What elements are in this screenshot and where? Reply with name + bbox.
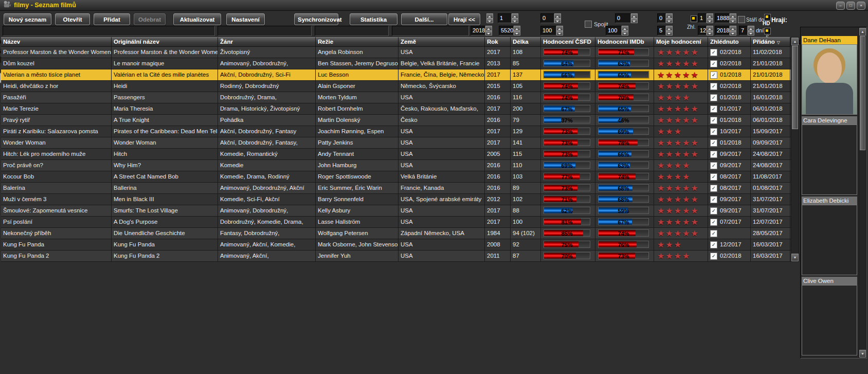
- watched-checkbox[interactable]: ✓: [710, 230, 717, 237]
- watched-checkbox[interactable]: ✓: [710, 173, 717, 181]
- watched-checkbox[interactable]: ✓: [710, 72, 717, 79]
- column-header-moje[interactable]: Moje hodnocení: [654, 37, 708, 47]
- update-button[interactable]: Aktualizovat: [173, 13, 221, 25]
- watched-checkbox[interactable]: ✓: [710, 196, 717, 203]
- spinner[interactable]: [485, 26, 492, 35]
- actor-entry[interactable]: Elizabeth Debicki: [802, 197, 857, 275]
- table-row[interactable]: Proč právě on?Why Him?KomedieJohn Hambur…: [1, 160, 791, 171]
- actors-scroll-down-button[interactable]: ▼: [859, 350, 866, 358]
- filter-field-imdb-max[interactable]: 100: [606, 26, 622, 35]
- watched-checkbox[interactable]: ✓: [710, 185, 717, 192]
- watched-checkbox[interactable]: ✓: [710, 128, 717, 135]
- stari-do-checkbox[interactable]: [738, 16, 745, 23]
- watched-checkbox[interactable]: ✓: [710, 219, 717, 226]
- table-row[interactable]: Heidi, děvčátko z horHeidiRodinný, Dobro…: [1, 81, 791, 92]
- spinner[interactable]: [622, 26, 628, 35]
- spinner[interactable]: [707, 26, 713, 35]
- spinner[interactable]: [512, 13, 518, 23]
- actor-name[interactable]: Cara Delevingne: [802, 116, 857, 124]
- actor-name[interactable]: Elizabeth Debicki: [802, 197, 857, 205]
- actors-scrollbar[interactable]: ▲ ▼: [859, 27, 866, 358]
- filter-field-r1-3[interactable]: 0: [615, 13, 631, 23]
- spinner[interactable]: [554, 13, 561, 23]
- filter-input-director[interactable]: [315, 26, 389, 36]
- spinner[interactable]: [730, 13, 736, 23]
- filter-field-r1-4[interactable]: 0: [657, 13, 666, 23]
- column-header-zanr[interactable]: Žánr: [218, 37, 316, 47]
- settings-button[interactable]: Nastavení: [226, 13, 265, 25]
- table-row[interactable]: Pravý rytířA True KnightPohádkaMartin Do…: [1, 115, 791, 126]
- filter-field-r1-1[interactable]: 1: [498, 13, 512, 23]
- table-row[interactable]: BalerínaBallerinaAnimovaný, Dobrodružný,…: [1, 183, 791, 194]
- filter-input-name[interactable]: [3, 26, 215, 36]
- actor-entry[interactable]: Cara Delevingne: [802, 116, 857, 195]
- filter-field-stars-max[interactable]: 5: [657, 26, 666, 35]
- table-row[interactable]: Dům kouzelLe manoir magiqueAnimovaný, Do…: [1, 58, 791, 69]
- column-header-imdb[interactable]: Hodnocení IMDb: [595, 37, 654, 47]
- filter-field-year[interactable]: 2018: [471, 26, 485, 35]
- filter-input-country[interactable]: [392, 26, 469, 36]
- watched-checkbox[interactable]: ✓: [710, 207, 717, 215]
- hd-indicator-checkbox[interactable]: [764, 14, 771, 21]
- filter-field-year-from[interactable]: 1888: [715, 13, 730, 23]
- filter-field-year-to[interactable]: 2018: [715, 26, 730, 35]
- open-button[interactable]: Otevřít: [55, 13, 90, 25]
- synchronize-button[interactable]: Synchronizovat: [294, 13, 338, 25]
- column-header-rezie[interactable]: Režie: [316, 37, 399, 47]
- statistics-button[interactable]: Statistika: [350, 13, 397, 25]
- filter-field-csfd-max[interactable]: 100: [540, 26, 556, 35]
- watched-checkbox[interactable]: ✓: [710, 241, 717, 248]
- maximize-button[interactable]: □: [846, 2, 855, 10]
- actor-photo[interactable]: [802, 285, 857, 355]
- table-row[interactable]: Kung Fu PandaKung Fu PandaAnimovaný, Akč…: [1, 239, 791, 251]
- actor-photo[interactable]: [802, 124, 857, 195]
- watched-checkbox[interactable]: ✓: [710, 49, 717, 56]
- watched-checkbox[interactable]: ✓: [710, 60, 717, 67]
- column-header-pridano[interactable]: Přidáno▽: [751, 37, 790, 47]
- actors-scroll-up-button[interactable]: ▲: [859, 28, 866, 35]
- table-row[interactable]: PasažéřiPassengersDobrodružný, Drama,Mor…: [1, 92, 791, 103]
- column-header-zeme[interactable]: Země: [399, 37, 485, 47]
- actor-name[interactable]: Clive Owen: [802, 277, 857, 285]
- column-header-csfd[interactable]: Hodnocení ČSFD: [541, 37, 595, 47]
- filter-field-r1-2[interactable]: 0: [540, 13, 554, 23]
- table-row[interactable]: Piráti z Karibiku: Salazarova pomstaPira…: [1, 126, 791, 137]
- watched-checkbox[interactable]: ✓: [710, 151, 717, 158]
- column-header-rok[interactable]: Rok: [485, 37, 511, 47]
- filter-field-days[interactable]: 7: [739, 26, 748, 35]
- watched-checkbox[interactable]: ✓: [710, 117, 717, 124]
- table-scrollbar[interactable]: ▲ ▼: [791, 37, 799, 262]
- filter-field-month-to[interactable]: 12: [698, 26, 707, 35]
- spinner[interactable]: [514, 26, 520, 35]
- more-button[interactable]: Další...: [401, 13, 447, 25]
- spinner[interactable]: [666, 26, 673, 35]
- new-list-button[interactable]: Nový seznam: [4, 13, 51, 25]
- table-row[interactable]: Kung Fu Panda 2Kung Fu Panda 2Animovaný,…: [1, 251, 791, 262]
- actors-panel-toggle-button[interactable]: Hrají <<: [448, 13, 480, 25]
- table-row[interactable]: Wonder WomanWonder WomanAkční, Dobrodruž…: [1, 137, 791, 149]
- table-row[interactable]: Psí posláníA Dog's PurposeDobrodružný, K…: [1, 217, 791, 228]
- minimize-button[interactable]: –: [836, 2, 845, 10]
- actor-photo[interactable]: [802, 44, 857, 115]
- spinner[interactable]: [666, 13, 673, 23]
- spinner[interactable]: [707, 13, 713, 23]
- scroll-up-button[interactable]: ▲: [791, 38, 799, 45]
- table-row[interactable]: Nekonečný příběhDie Unendliche Geschicht…: [1, 228, 791, 239]
- filter-field-length[interactable]: 5520: [499, 26, 514, 35]
- table-row[interactable]: Šmoulové: Zapomenutá vesniceSmurfs: The …: [1, 205, 791, 217]
- watched-checkbox[interactable]: ✓: [710, 139, 717, 147]
- add-button[interactable]: Přidat: [94, 13, 130, 25]
- filter-input-genre[interactable]: [218, 26, 312, 36]
- column-header-orig-nazev[interactable]: Originální název: [112, 37, 218, 47]
- table-row[interactable]: Kocour BobA Street Cat Named BobKomedie,…: [1, 171, 791, 183]
- zhl-indicator-checkbox[interactable]: [691, 15, 697, 22]
- watched-checkbox[interactable]: ✓: [710, 253, 717, 260]
- spinner[interactable]: [556, 26, 563, 35]
- table-row[interactable]: Muži v černém 3Men in Black IIIKomedie, …: [1, 194, 791, 205]
- table-row[interactable]: Valerian a město tisíce planetValérian e…: [1, 69, 791, 81]
- watched-checkbox[interactable]: ✓: [710, 162, 717, 169]
- watched-checkbox[interactable]: ✓: [710, 83, 717, 90]
- spojit-checkbox[interactable]: [585, 21, 592, 28]
- watched-checkbox[interactable]: ✓: [710, 105, 717, 113]
- spinner[interactable]: [730, 26, 736, 35]
